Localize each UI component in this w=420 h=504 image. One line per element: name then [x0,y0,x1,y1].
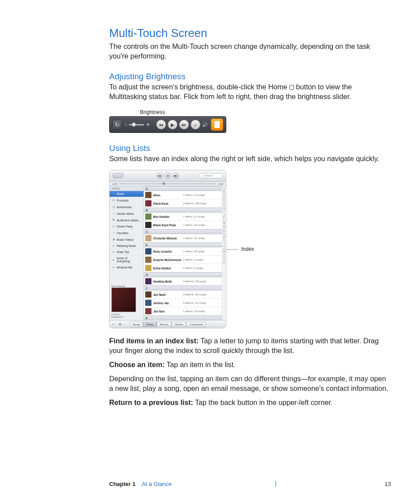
index-letter[interactable]: L [224,219,225,221]
index-letter[interactable]: B [223,190,225,193]
brightness-slider-thumb[interactable] [132,122,136,127]
now-playing[interactable]: Now Playing: La Roux Bulletproof [110,283,144,320]
list-row[interactable]: Black Eyed Peas1 album, 15 songs [144,221,222,229]
next-track-button[interactable]: ⏭ [179,120,189,129]
index-letter[interactable]: R [223,236,225,239]
view-tab[interactable]: Songs [129,322,143,327]
volume-icon: 🔊 [202,122,207,127]
index-letter[interactable]: F [223,202,225,204]
ipad-screenshot: ⏮ ⏸ ⏭ ⌕Search 1:30 -1:00 Library ♪Music⊙… [109,170,226,328]
view-tab[interactable]: Genres [172,322,187,327]
section-header: B [144,208,222,213]
brightness-body: To adjust the screen's brightness, doubl… [109,82,391,102]
index-letter[interactable]: Z [223,259,225,261]
index-letter[interactable]: I [224,210,224,213]
view-tabs[interactable]: SongsArtistsAlbumsGenresComposers [124,322,212,327]
airplay-button[interactable]: ⌂ [191,120,200,129]
list-row[interactable]: Howling Bells3 albums, 23 songs [144,277,222,286]
list-row[interactable]: Akon1 album, 14 songs [144,191,222,199]
genius-button[interactable]: ✲ [117,322,124,327]
index-letter[interactable]: T [223,242,225,244]
sidebar-item[interactable]: ⊙Podcasts [110,197,144,204]
prev-track-button[interactable]: ⏮ [156,120,166,129]
list-row[interactable]: Elvis Costello1 album, 22 songs [144,247,222,256]
figure-lists: ⏮ ⏸ ⏭ ⌕Search 1:30 -1:00 Library ♪Music⊙… [109,170,391,328]
scrubber-thumb[interactable] [162,182,165,185]
music-app-icon[interactable] [211,118,223,131]
view-tab[interactable]: Composers [186,322,206,327]
list-row[interactable]: Extra Golden1 album, 6 songs [144,264,222,272]
list-row[interactable]: Alicia Keys2 albums, 28 songs [144,199,222,208]
pause-button[interactable]: ⏸ [165,173,171,179]
lists-intro: Some lists have an index along the right… [109,154,391,164]
index-letter[interactable]: H [223,207,225,210]
sidebar-item-icon: ⌗ [112,212,115,215]
play-button[interactable]: ▶ [168,120,177,129]
index-letter[interactable]: K [223,216,225,218]
index-letter[interactable]: A [223,187,225,190]
sidebar-item-label: Road Trip [117,250,129,254]
sidebar-item[interactable]: ❏Audiobooks [110,204,144,210]
index-letter[interactable]: W [223,250,225,253]
prev-button[interactable]: ⏮ [157,173,163,179]
index-letter[interactable]: X [223,253,225,256]
list-row[interactable]: Eugene McGuinness1 album, 8 songs [144,256,222,264]
sidebar-item[interactable]: ≡Dinner Party [110,224,144,230]
scrub-time-right: -1:00 [217,183,223,185]
index-letter[interactable]: V [223,247,225,250]
sidebar-item-icon: ♪ [112,192,115,195]
index-letter[interactable]: Y [223,256,225,258]
figure-brightness: Brightness ↻ ☼ ☀ ⏮ ▶ ⏭ ⌂ 🔊 [109,109,391,133]
index-letter[interactable]: O [223,227,225,230]
list-row[interactable]: Chrisette Michele1 album, 12 songs [144,234,222,243]
artist-meta: 1 album, 6 songs [183,267,203,269]
index-letter[interactable]: U [223,244,225,247]
view-tab[interactable]: Albums [157,322,172,327]
list-row[interactable]: Jeremy Jay2 albums, 21 songs [144,299,222,307]
album-art [145,300,151,306]
artist-name: Jim Noir [153,310,181,313]
scrubber[interactable]: 1:30 -1:00 [110,182,226,186]
sidebar-item-label: Favorites [117,232,129,235]
album-art [145,222,151,228]
sidebar-item[interactable]: ⌗Genius Mixes [110,210,144,217]
next-button[interactable]: ⏭ [173,173,179,179]
index-letter[interactable]: N [223,224,225,227]
artist-meta: 1 album, 11 songs [183,215,205,218]
index-letter[interactable]: G [223,204,225,207]
index-strip[interactable]: ABCDEFGHIJKLMNOPQRSTUVWXYZ# [222,186,226,320]
index-letter[interactable]: P [223,230,225,233]
index-letter[interactable]: J [224,213,225,216]
section-title: Multi-Touch Screen [109,26,391,40]
instr-return: Return to a previous list: Tap the back … [109,398,391,408]
sidebar-item[interactable]: ≡Workout Mix [110,265,144,271]
index-letter[interactable]: S [223,239,225,241]
sidebar-item[interactable]: ≡Relaxing Music [110,243,144,249]
index-letter[interactable]: C [223,193,225,195]
index-letter[interactable]: E [223,199,225,201]
album-art [145,248,151,254]
search-field[interactable]: ⌕Search [199,173,223,178]
sidebar-item[interactable]: ≡Road Trip [110,249,144,255]
sidebar-item[interactable]: ✲Auditorium (featu… [110,217,144,224]
index-letter[interactable]: D [223,196,225,199]
brightness-low-icon: ☼ [124,122,127,127]
sidebar-item[interactable]: ☆Favorites [110,230,144,236]
sidebar-item[interactable]: ♪Music [110,191,144,197]
album-art [145,257,151,263]
list-row[interactable]: Ben Kweller1 album, 11 songs [144,213,222,221]
list-row[interactable]: Jim Noir1 album, 13 songs [144,307,222,316]
sidebar-item-label: Podcasts [117,199,129,202]
sidebar-item[interactable]: ≡Some of Everything [110,255,144,265]
index-letter[interactable]: Q [223,233,225,235]
index-letter[interactable]: M [223,221,225,224]
volume-pill[interactable] [112,173,124,178]
list-row[interactable]: Jay Nash2 albums, 26 songs [144,291,222,299]
brightness-slider[interactable] [129,124,144,125]
rotation-lock-icon[interactable]: ↻ [112,120,122,129]
add-button[interactable]: + [110,322,117,327]
view-tab[interactable]: Artists [143,322,157,327]
sidebar-item[interactable]: ◈Music Videos [110,236,144,243]
instr-choose-body: Tap an item in the list. [165,361,236,368]
index-letter[interactable]: # [224,261,225,264]
